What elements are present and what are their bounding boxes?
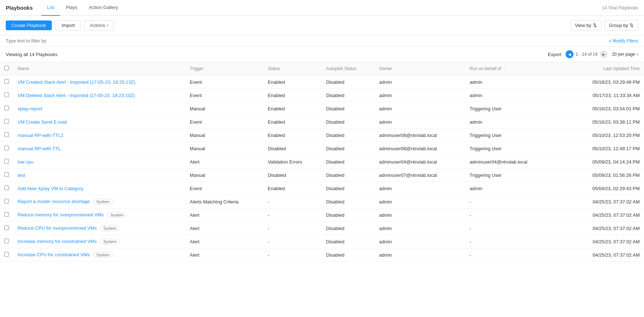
row-checkbox[interactable] <box>4 79 9 84</box>
cell-run-on-behalf: - <box>465 235 555 248</box>
playbook-name[interactable]: test <box>18 173 25 178</box>
cell-last-updated: 05/09/23, 04:14:24 PM <box>556 155 644 169</box>
playbook-name[interactable]: Reduce CPU for overprovisioned VMs <box>18 225 97 231</box>
filter-icon: ≡ <box>609 38 611 43</box>
row-checkbox-cell[interactable] <box>0 222 13 235</box>
cell-name: Reduce CPU for overprovisioned VMs Syste… <box>13 222 186 235</box>
import-button[interactable]: Import <box>55 20 81 31</box>
row-checkbox-cell[interactable] <box>0 169 13 182</box>
col-header-owner[interactable]: Owner <box>375 62 465 75</box>
playbook-name[interactable]: VM Create Send E-mail <box>18 119 67 125</box>
row-checkbox-cell[interactable] <box>0 89 13 102</box>
cell-autopilot: Disabled <box>322 195 375 208</box>
row-checkbox[interactable] <box>4 239 9 243</box>
playbook-name[interactable]: xplay-report <box>18 106 42 111</box>
cell-last-updated: 05/16/23, 03:54:01 PM <box>556 102 644 115</box>
create-playbook-button[interactable]: Create Playbook <box>6 20 52 30</box>
row-checkbox-cell[interactable] <box>0 235 13 248</box>
tab-plays[interactable]: Plays <box>60 0 83 16</box>
row-checkbox[interactable] <box>4 172 9 177</box>
cell-autopilot: Disabled <box>322 155 375 169</box>
row-checkbox[interactable] <box>4 106 9 110</box>
cell-run-on-behalf: adminuser04@ntnxlab.local <box>465 155 555 169</box>
playbook-name[interactable]: Increase memory for constrained VMs <box>18 239 97 244</box>
playbook-name[interactable]: Report a cluster resource shortage <box>18 199 90 204</box>
cell-owner: admin <box>375 195 465 208</box>
row-checkbox-cell[interactable] <box>0 208 13 222</box>
view-by-label: View by <box>575 23 591 28</box>
group-by-button[interactable]: Group by ⇅ <box>604 20 638 31</box>
row-checkbox-cell[interactable] <box>0 129 13 142</box>
playbook-name[interactable]: Add New Xplay VM to Category <box>18 186 83 191</box>
cell-name: VM Create Send E-mail <box>13 115 186 129</box>
sort-icon2: ⇅ <box>630 23 634 28</box>
cell-owner: admin <box>375 102 465 115</box>
playbook-name[interactable]: VM Deleted Slack Alert - Imported (17-05… <box>18 93 135 98</box>
playbook-name[interactable]: low cpu <box>18 159 33 165</box>
row-checkbox[interactable] <box>4 159 9 164</box>
table-row: VM Deleted Slack Alert - Imported (17-05… <box>0 89 644 102</box>
col-header-autopilot[interactable]: Autopilot Status <box>322 62 375 75</box>
per-page-label: 20 per page <box>612 52 635 57</box>
row-checkbox[interactable] <box>4 225 9 230</box>
playbook-name[interactable]: manual-RP-with-TTL <box>18 146 61 151</box>
row-checkbox-cell[interactable] <box>0 182 13 195</box>
table-row: low cpu Alert Validation Errors Disabled… <box>0 155 644 169</box>
next-page-button[interactable]: ▶ <box>600 50 608 58</box>
row-checkbox-cell[interactable] <box>0 142 13 155</box>
modify-filters-label: Modify Filters <box>613 38 638 43</box>
search-input[interactable] <box>6 38 150 43</box>
col-header-trigger[interactable]: Trigger <box>186 62 264 75</box>
table-info-bar: Viewing all 14 Playbooks Export ◀ 1 - 14… <box>0 47 644 62</box>
col-header-status[interactable]: Status <box>263 62 322 75</box>
table-info-right: Export ◀ 1 - 14 of 14 ▶ 20 per page ▾ <box>548 50 638 58</box>
system-tag: System <box>93 252 113 258</box>
cell-status: Validation Errors <box>263 155 322 169</box>
row-checkbox[interactable] <box>4 252 9 257</box>
row-checkbox-cell[interactable] <box>0 195 13 208</box>
playbook-name[interactable]: Reduce memory for overprovisioned VMs <box>18 212 104 217</box>
cell-owner: admin <box>375 75 465 89</box>
select-all-checkbox[interactable] <box>4 66 9 70</box>
row-checkbox-cell[interactable] <box>0 102 13 115</box>
row-checkbox-cell[interactable] <box>0 155 13 169</box>
per-page-selector[interactable]: 20 per page ▾ <box>612 52 638 57</box>
cell-last-updated: 05/04/23, 02:29:43 PM <box>556 182 644 195</box>
view-by-button[interactable]: View by ⇅ <box>570 20 601 31</box>
row-checkbox[interactable] <box>4 146 9 150</box>
row-checkbox[interactable] <box>4 92 9 97</box>
playbook-name[interactable]: Increase CPU for constrained VMs <box>18 252 90 257</box>
cell-owner: admin <box>375 222 465 235</box>
select-all-header[interactable] <box>0 62 13 75</box>
cell-name: manual-RP-with-TTL2 <box>13 129 186 142</box>
row-checkbox-cell[interactable] <box>0 75 13 89</box>
cell-name: low cpu <box>13 155 186 169</box>
tab-list[interactable]: List <box>41 0 60 16</box>
table-row: manual-RP-with-TTL2 Manual Enabled Disab… <box>0 129 644 142</box>
export-button[interactable]: Export <box>548 52 562 57</box>
col-header-name[interactable]: Name <box>13 62 186 75</box>
modify-filters-button[interactable]: ≡ Modify Filters <box>609 38 638 43</box>
actions-button[interactable]: Actions ▾ <box>85 20 114 31</box>
prev-page-button[interactable]: ◀ <box>566 50 573 58</box>
cell-run-on-behalf: Triggering User <box>465 169 555 182</box>
row-checkbox-cell[interactable] <box>0 115 13 129</box>
row-checkbox[interactable] <box>4 185 9 190</box>
col-header-run-on-behalf[interactable]: Run on behalf of ↕ <box>465 62 555 75</box>
row-checkbox-cell[interactable] <box>0 248 13 262</box>
cell-owner: adminuser04@ntnxlab.local <box>375 155 465 169</box>
row-checkbox[interactable] <box>4 212 9 217</box>
row-checkbox[interactable] <box>4 199 9 203</box>
cell-name: xplay-report <box>13 102 186 115</box>
cell-owner: adminuser08@ntnxlab.local <box>375 142 465 155</box>
row-checkbox[interactable] <box>4 119 9 124</box>
col-header-last-updated[interactable]: Last Updated Time <box>556 62 644 75</box>
cell-trigger: Manual <box>186 129 264 142</box>
table-row: VM Created Slack Alert - Imported (17-05… <box>0 75 644 89</box>
playbook-name[interactable]: manual-RP-with-TTL2 <box>18 133 63 138</box>
row-checkbox[interactable] <box>4 132 9 137</box>
playbook-name[interactable]: VM Created Slack Alert - Imported (17-05… <box>18 79 135 85</box>
table-row: Increase memory for constrained VMs Syst… <box>0 235 644 248</box>
tab-action-gallery[interactable]: Action Gallery <box>83 0 124 16</box>
cell-status: Enabled <box>263 129 322 142</box>
